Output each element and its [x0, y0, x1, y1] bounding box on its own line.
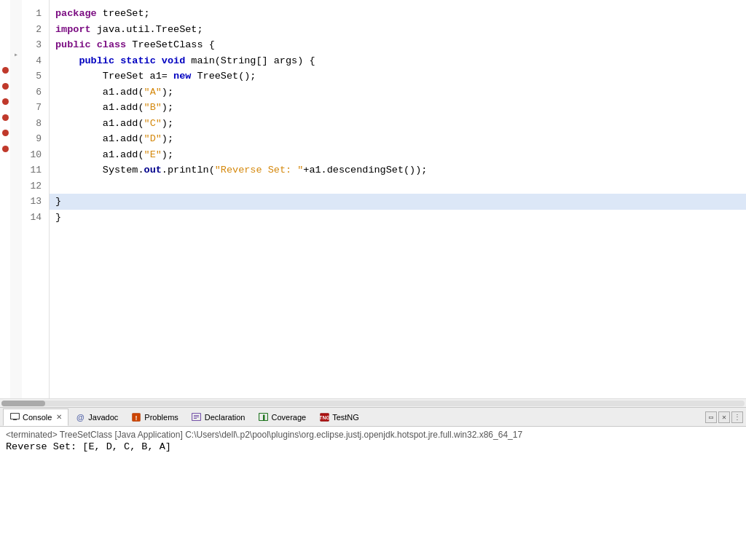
line-number: 1	[28, 6, 44, 22]
code-line[interactable]: }	[50, 194, 746, 210]
code-line[interactable]: public class TreeSetClass {	[50, 37, 746, 53]
code-line[interactable]	[50, 178, 746, 194]
tab-javadoc[interactable]: @Javadoc	[68, 409, 125, 426]
code-token	[55, 53, 79, 69]
code-token: );	[162, 84, 173, 100]
breakpoint-dot	[2, 83, 9, 90]
console-terminated-text: <terminated> TreeSetClass [Java Applicat…	[6, 430, 740, 440]
console-output[interactable]: <terminated> TreeSetClass [Java Applicat…	[0, 427, 746, 560]
fold-cell	[10, 63, 22, 79]
code-token	[156, 53, 162, 69]
code-token: public	[79, 53, 114, 69]
code-token: "B"	[144, 100, 162, 116]
tab-label-declaration: Declaration	[205, 413, 246, 422]
breakpoint-cell[interactable]	[0, 0, 10, 16]
fold-cell	[10, 94, 22, 110]
code-token: );	[162, 147, 173, 163]
tab-controls: ▭✕⋮	[705, 411, 743, 423]
scrollbar-track[interactable]	[1, 401, 745, 406]
line-number: 13	[28, 194, 44, 210]
close-button[interactable]: ✕	[718, 411, 730, 423]
tab-label-coverage: Coverage	[271, 413, 306, 422]
tab-testng[interactable]: TNGTestNG	[313, 409, 366, 426]
tab-declaration[interactable]: Declaration	[185, 409, 252, 426]
line-number: 9	[28, 131, 44, 147]
line-number: 4	[28, 53, 44, 69]
fold-cell	[10, 157, 22, 173]
code-lines[interactable]: package treeSet;import java.util.TreeSet…	[50, 0, 746, 398]
scrollbar-thumb[interactable]	[1, 401, 45, 406]
code-line[interactable]: TreeSet a1= new TreeSet();	[50, 68, 746, 84]
code-token: );	[162, 131, 173, 147]
code-token: }	[55, 194, 61, 210]
line-number: 6	[28, 84, 44, 100]
breakpoint-cell[interactable]	[0, 31, 10, 47]
fold-cell	[10, 141, 22, 157]
fold-cell[interactable]: ▸	[10, 47, 22, 63]
code-token: class	[97, 37, 127, 53]
code-token: }	[55, 210, 61, 226]
line-number: 8	[28, 116, 44, 132]
code-token: static	[120, 53, 156, 69]
fold-cell	[10, 16, 22, 32]
code-token: "E"	[144, 147, 162, 163]
tab-label-javadoc: Javadoc	[88, 413, 118, 422]
horizontal-scrollbar[interactable]	[0, 398, 746, 407]
breakpoint-dot	[2, 146, 9, 152]
more-button[interactable]: ⋮	[731, 411, 743, 423]
declaration-icon	[192, 413, 202, 422]
code-token: a1.add(	[55, 84, 144, 100]
fold-gutter: ▸	[10, 0, 22, 398]
breakpoint-cell[interactable]	[0, 188, 10, 204]
breakpoint-cell[interactable]	[0, 94, 10, 110]
code-token: "Reverse Set: "	[215, 162, 304, 178]
fold-cell	[10, 204, 22, 220]
code-line[interactable]: System.out.println("Reverse Set: "+a1.de…	[50, 162, 746, 178]
fold-cell	[10, 110, 22, 126]
code-token: package	[55, 6, 97, 22]
code-line[interactable]: a1.add("D");	[50, 131, 746, 147]
code-token: System.	[55, 162, 144, 178]
breakpoint-cell[interactable]	[0, 204, 10, 220]
breakpoint-cell[interactable]	[0, 16, 10, 32]
tab-console[interactable]: Console✕	[3, 409, 68, 426]
breakpoint-cell[interactable]	[0, 110, 10, 126]
code-token: a1.add(	[55, 131, 144, 147]
line-number: 7	[28, 100, 44, 116]
code-line[interactable]: public static void main(String[] args) {	[50, 53, 746, 69]
code-line[interactable]: package treeSet;	[50, 6, 746, 22]
code-line[interactable]: a1.add("B");	[50, 100, 746, 116]
breakpoint-cell[interactable]	[0, 63, 10, 79]
code-line[interactable]: a1.add("C");	[50, 116, 746, 132]
tab-bar: Console✕@Javadoc!ProblemsDeclaration▐Cov…	[0, 408, 746, 427]
code-line[interactable]: }	[50, 210, 746, 226]
code-token	[91, 37, 97, 53]
breakpoint-cell[interactable]	[0, 141, 10, 157]
tab-coverage[interactable]: ▐Coverage	[251, 409, 313, 426]
code-line[interactable]: a1.add("A");	[50, 84, 746, 100]
breakpoint-cell[interactable]	[0, 79, 10, 95]
code-token: import	[55, 22, 91, 38]
code-token: a1.add(	[55, 147, 144, 163]
breakpoint-cell[interactable]	[0, 125, 10, 141]
minimize-button[interactable]: ▭	[705, 411, 717, 423]
code-token: "D"	[144, 131, 162, 147]
code-token: "A"	[144, 84, 162, 100]
code-token: new	[173, 68, 191, 84]
code-line[interactable]: a1.add("E");	[50, 147, 746, 163]
breakpoint-cell[interactable]	[0, 47, 10, 63]
testng-icon: TNG	[319, 413, 329, 422]
breakpoint-cell[interactable]	[0, 173, 10, 189]
tab-problems[interactable]: !Problems	[125, 409, 184, 426]
code-token: treeSet;	[97, 6, 150, 22]
line-number: 12	[28, 178, 44, 194]
console-icon	[9, 413, 20, 422]
javadoc-icon: @	[75, 413, 85, 422]
tab-close-console[interactable]: ✕	[56, 413, 62, 421]
line-number: 10	[28, 147, 44, 163]
breakpoint-gutter	[0, 0, 10, 398]
code-line[interactable]: import java.util.TreeSet;	[50, 22, 746, 38]
svg-text:TNG: TNG	[320, 415, 329, 420]
breakpoint-cell[interactable]	[0, 157, 10, 173]
fold-cell	[10, 125, 22, 141]
